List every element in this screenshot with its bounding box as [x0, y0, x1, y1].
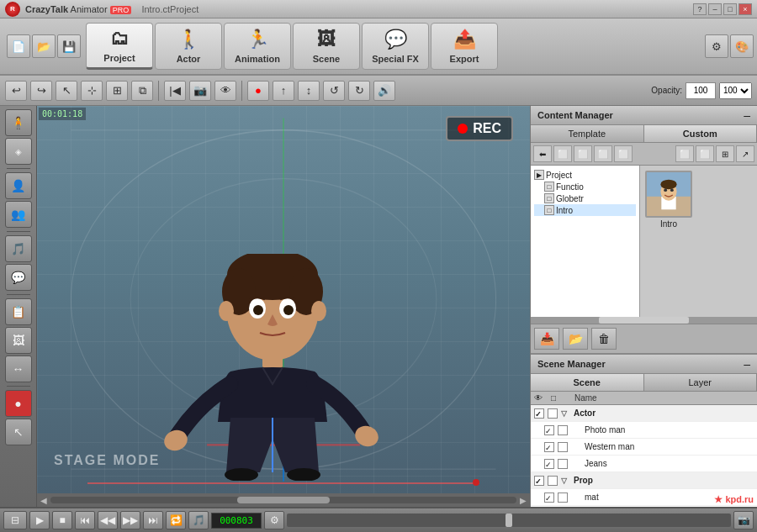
settings-button[interactable]: ⚙	[705, 34, 728, 58]
photoman-eye-check[interactable]	[544, 425, 554, 435]
maximize-button[interactable]: □	[723, 3, 737, 15]
duplicate-tool[interactable]: ⧉	[131, 81, 153, 101]
pointer-tool[interactable]: ↖	[5, 419, 32, 445]
sm-tab-scene[interactable]: Scene	[531, 374, 644, 391]
cm-tab-custom[interactable]: Custom	[644, 125, 758, 142]
timeline-track[interactable]	[287, 514, 731, 527]
sm-row-westernman[interactable]: Western man	[531, 439, 757, 456]
westernman-lock-check[interactable]	[558, 442, 568, 452]
prop-eye-check[interactable]	[534, 476, 544, 486]
move-down-btn[interactable]: ↕	[298, 81, 320, 101]
transform-tool[interactable]: ⊹	[81, 81, 103, 101]
sm-row-prop[interactable]: ▽ Prop	[531, 472, 757, 489]
sm-row-jeans[interactable]: Jeans	[531, 456, 757, 472]
cm-collapse-icon[interactable]: –	[744, 108, 750, 122]
camera-btn[interactable]: 📷	[189, 81, 211, 101]
minimize-button[interactable]: –	[708, 3, 722, 15]
scroll-track[interactable]	[50, 497, 516, 503]
sm-row-photoman[interactable]: Photo man	[531, 422, 757, 439]
first-frame-btn[interactable]: |◀	[164, 81, 186, 101]
cm-import-btn[interactable]: 📥	[534, 328, 559, 350]
actor-eye-check[interactable]	[534, 408, 544, 419]
cm-tool-3[interactable]: ⬜	[574, 145, 592, 162]
actor-lock-check[interactable]	[548, 408, 558, 419]
last-btn[interactable]: ⏭	[143, 511, 163, 529]
new-button[interactable]: 📄	[7, 34, 30, 58]
save-button[interactable]: 💾	[57, 34, 81, 58]
doc-tool[interactable]: 📋	[5, 298, 32, 325]
opacity-input[interactable]	[686, 82, 716, 99]
redo-button[interactable]: ↪	[30, 81, 52, 101]
westernman-eye-check[interactable]	[544, 442, 554, 452]
viewport-hscroll[interactable]: ◀ ▶	[37, 493, 530, 507]
open-button[interactable]: 📂	[32, 34, 56, 58]
prev-frame-btn[interactable]: ◀◀	[98, 511, 118, 529]
prop-lock-check[interactable]	[548, 476, 558, 486]
lash-btn[interactable]: 👁	[214, 81, 236, 101]
tab-scene[interactable]: 🖼 Scene	[293, 23, 360, 70]
tab-actor[interactable]: 🚶 Actor	[155, 23, 222, 70]
record-left-btn[interactable]: ●	[5, 390, 32, 417]
face-tool[interactable]: 👤	[5, 172, 32, 199]
transform-left-tool[interactable]: ↔	[5, 356, 32, 382]
thumbnail-intro[interactable]: Intro	[645, 171, 692, 229]
undo-button[interactable]: ↩	[5, 81, 27, 101]
select-tool[interactable]: ↖	[56, 81, 77, 101]
cm-tool-5[interactable]: ⬜	[614, 145, 633, 162]
first-btn[interactable]: ⏮	[75, 511, 95, 529]
tree-item-functio[interactable]: □ Functio	[534, 181, 636, 192]
prop-collapse-icon[interactable]: ▽	[561, 477, 567, 485]
body-tool[interactable]: ◈	[5, 138, 32, 165]
loop-btn[interactable]: 🔁	[166, 511, 186, 529]
cm-tool-6[interactable]: ⬜	[675, 145, 694, 162]
mat-lock-check[interactable]	[558, 492, 568, 503]
image-tool[interactable]: 🖼	[5, 327, 32, 354]
close-button[interactable]: ×	[738, 3, 752, 15]
record-btn[interactable]: ●	[247, 81, 269, 101]
head-tool[interactable]: 👥	[5, 201, 32, 228]
tab-special-fx[interactable]: 💬 Special FX	[362, 23, 429, 70]
cm-tool-4[interactable]: ⬜	[594, 145, 612, 162]
timecode-settings-btn[interactable]: ⚙	[264, 511, 284, 529]
cm-tab-template[interactable]: Template	[531, 125, 644, 142]
sm-tab-layer[interactable]: Layer	[644, 374, 758, 391]
jeans-lock-check[interactable]	[558, 459, 568, 469]
play-btn[interactable]: ▶	[29, 511, 50, 529]
tree-item-intro[interactable]: □ Intro	[534, 204, 636, 216]
cm-tool-7[interactable]: ⬜	[696, 145, 714, 162]
actor-collapse-icon[interactable]: ▽	[561, 409, 567, 418]
music-bottom-btn[interactable]: 🎵	[188, 511, 209, 529]
sm-collapse-icon[interactable]: –	[744, 357, 750, 371]
help-button[interactable]: ?	[693, 3, 707, 15]
cm-tool-1[interactable]: ⬅	[533, 145, 552, 162]
mesh-tool[interactable]: ⊞	[106, 81, 128, 101]
tab-animation[interactable]: 🏃 Animation	[224, 23, 291, 70]
opacity-dropdown[interactable]: 100 75 50 25	[719, 82, 752, 99]
stop-btn[interactable]: ■	[52, 511, 72, 529]
photoman-lock-check[interactable]	[558, 425, 568, 435]
camera-bottom-btn[interactable]: 📷	[733, 511, 754, 529]
tab-export[interactable]: 📤 Export	[431, 23, 498, 70]
cm-tool-2[interactable]: ⬜	[553, 145, 572, 162]
jeans-eye-check[interactable]	[544, 459, 554, 469]
rotate-right-btn[interactable]: ↻	[348, 81, 370, 101]
sm-row-actor[interactable]: ▽ Actor	[531, 405, 757, 422]
tab-project[interactable]: 🗂 Project	[86, 23, 153, 70]
rotate-left-btn[interactable]: ↺	[323, 81, 345, 101]
next-frame-btn[interactable]: ▶▶	[120, 511, 140, 529]
mat-eye-check[interactable]	[544, 492, 554, 503]
cm-tool-8[interactable]: ⊞	[716, 145, 734, 162]
cm-hscroll[interactable]	[531, 317, 757, 324]
tree-item-project[interactable]: ▶ Project	[534, 169, 636, 181]
cm-tool-9[interactable]: ↗	[736, 145, 754, 162]
tree-item-globetr[interactable]: □ Globetr	[534, 192, 636, 204]
character-tool[interactable]: 🧍	[5, 109, 32, 136]
timeline-thumbnail-btn[interactable]: ⊟	[3, 511, 27, 529]
speech-tool[interactable]: 💬	[5, 264, 32, 291]
move-up-btn[interactable]: ↑	[273, 81, 294, 101]
music-tool[interactable]: 🎵	[5, 235, 32, 262]
viewport-inner[interactable]: REC STAGE MODE	[37, 106, 530, 493]
scroll-right-arrow[interactable]: ▶	[516, 496, 530, 505]
audio-btn[interactable]: 🔊	[373, 81, 395, 101]
scroll-left-arrow[interactable]: ◀	[37, 496, 50, 505]
